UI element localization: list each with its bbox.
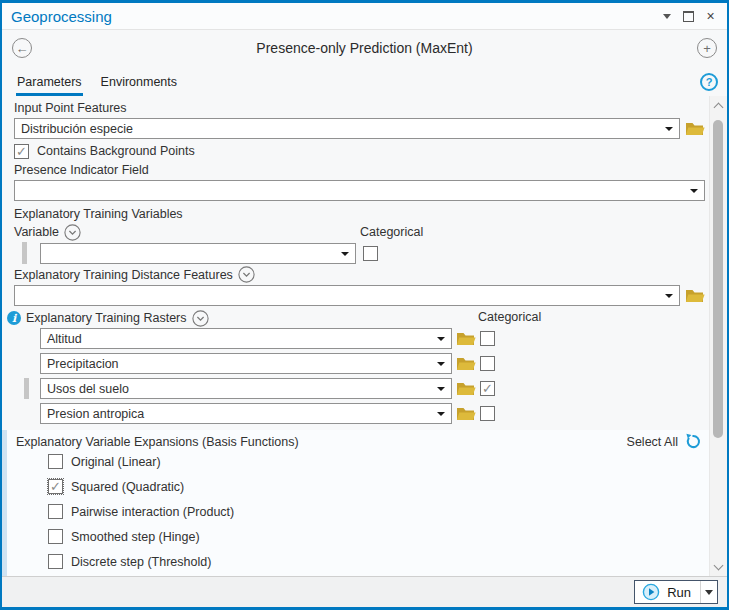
- check-icon: ✓: [50, 480, 61, 493]
- rasters-options-button[interactable]: [192, 310, 209, 327]
- run-caret-icon: [705, 590, 713, 595]
- variable-combobox[interactable]: [40, 243, 356, 264]
- input-point-features-row: Distribución especie: [14, 118, 705, 139]
- combo-caret-icon[interactable]: [341, 252, 349, 256]
- browse-folder-button[interactable]: [456, 380, 476, 397]
- select-all-control[interactable]: Select All: [627, 433, 701, 450]
- presence-indicator-field-label: Presence Indicator Field: [14, 163, 697, 178]
- info-icon[interactable]: i: [7, 311, 21, 325]
- check-icon: ✓: [482, 382, 493, 395]
- help-button[interactable]: ?: [700, 73, 718, 91]
- chevron-down-icon: [714, 560, 724, 570]
- check-icon: ✓: [16, 145, 27, 158]
- row-grip-handle[interactable]: [22, 242, 27, 264]
- contains-background-points-checkbox[interactable]: ✓: [14, 144, 29, 159]
- add-to-model-button[interactable]: +: [697, 38, 717, 58]
- browse-folder-button[interactable]: [685, 287, 705, 304]
- browse-folder-button[interactable]: [456, 355, 476, 372]
- raster-combobox[interactable]: Precipitacion: [40, 353, 452, 374]
- combo-caret-icon[interactable]: [437, 362, 445, 366]
- tab-environments[interactable]: Environments: [100, 75, 178, 96]
- basis-function-option: ✓ Original (Linear): [48, 451, 709, 472]
- basis-functions-label: Explanatory Variable Expansions (Basis F…: [16, 435, 627, 449]
- panel-menu-button[interactable]: [657, 7, 676, 26]
- training-distance-features-combobox[interactable]: [14, 285, 680, 306]
- back-arrow-icon: ←: [16, 42, 29, 55]
- panel-close-button[interactable]: ×: [701, 7, 720, 26]
- folder-icon: [456, 331, 476, 347]
- presence-indicator-field-row: [14, 180, 705, 201]
- tool-title: Presence-only Prediction (MaxEnt): [32, 40, 697, 56]
- chevron-down-circle-icon: [64, 224, 81, 241]
- folder-icon: [456, 356, 476, 372]
- scrollbar-thumb[interactable]: [713, 120, 723, 438]
- distance-features-options-button[interactable]: [238, 266, 255, 283]
- combo-value: Usos del suelo: [47, 382, 129, 396]
- categorical-checkbox[interactable]: ✓: [480, 356, 495, 371]
- folder-icon: [456, 381, 476, 397]
- select-all-label: Select All: [627, 435, 678, 449]
- toggle-all-refresh-icon[interactable]: [684, 433, 701, 450]
- run-button-main[interactable]: Run: [635, 581, 700, 603]
- footer-bar: Run: [2, 576, 727, 607]
- raster-row: Presion antropica ✓: [40, 403, 705, 424]
- run-button[interactable]: Run: [634, 580, 718, 604]
- training-rasters-header: i Explanatory Training Rasters Categoric…: [7, 310, 697, 326]
- chevron-up-icon: [714, 103, 724, 113]
- categorical-checkbox[interactable]: ✓: [480, 331, 495, 346]
- categorical-checkbox[interactable]: ✓: [480, 406, 495, 421]
- combo-caret-icon[interactable]: [690, 189, 698, 193]
- tool-header: ← Presence-only Prediction (MaxEnt) +: [2, 30, 727, 66]
- basis-function-option: ✓ Smoothed step (Hinge): [48, 526, 709, 547]
- scroll-up-button[interactable]: [710, 98, 727, 113]
- folder-icon: [685, 121, 705, 137]
- folder-icon: [456, 406, 476, 422]
- raster-combobox[interactable]: Usos del suelo: [40, 378, 452, 399]
- option-checkbox[interactable]: ✓: [48, 554, 63, 569]
- option-checkbox[interactable]: ✓: [48, 504, 63, 519]
- combo-caret-icon[interactable]: [665, 294, 673, 298]
- contains-background-points-row: ✓ Contains Background Points: [14, 143, 697, 159]
- geoprocessing-panel: Geoprocessing × ← Presence-only Predicti…: [0, 0, 729, 610]
- browse-folder-button[interactable]: [685, 120, 705, 137]
- categorical-column-label: Categorical: [478, 310, 541, 324]
- option-checkbox[interactable]: ✓: [48, 454, 63, 469]
- combo-caret-icon[interactable]: [665, 127, 673, 131]
- basis-function-option: ✓ Squared (Quadratic): [48, 476, 709, 497]
- panel-title-bar: Geoprocessing ×: [2, 3, 727, 30]
- raster-combobox[interactable]: Altitud: [40, 328, 452, 349]
- raster-row: Precipitacion ✓: [40, 353, 705, 374]
- combo-caret-icon[interactable]: [437, 412, 445, 416]
- basis-function-option: ✓ Discrete step (Threshold): [48, 551, 709, 572]
- panel-float-button[interactable]: [679, 7, 698, 26]
- presence-indicator-field-combobox[interactable]: [14, 180, 705, 201]
- option-checkbox[interactable]: ✓: [48, 479, 63, 494]
- menu-caret-icon: [663, 14, 671, 19]
- categorical-checkbox[interactable]: ✓: [480, 381, 495, 396]
- combo-caret-icon[interactable]: [437, 387, 445, 391]
- raster-row: Altitud ✓: [40, 328, 705, 349]
- browse-folder-button[interactable]: [456, 405, 476, 422]
- scroll-down-button[interactable]: [710, 559, 727, 574]
- variable-options-button[interactable]: [64, 224, 81, 241]
- tab-parameters[interactable]: Parameters: [16, 75, 83, 96]
- run-options-button[interactable]: [700, 581, 717, 603]
- row-grip-handle[interactable]: [24, 378, 29, 399]
- training-distance-features-row: [14, 285, 705, 306]
- browse-folder-button[interactable]: [456, 330, 476, 347]
- back-button[interactable]: ←: [12, 38, 32, 58]
- input-point-features-combobox[interactable]: Distribución especie: [14, 118, 680, 139]
- plus-icon: +: [703, 42, 711, 55]
- combo-caret-icon[interactable]: [437, 337, 445, 341]
- panel-title: Geoprocessing: [11, 8, 654, 25]
- combo-value: Distribución especie: [21, 122, 133, 136]
- basis-functions-section: Explanatory Variable Expansions (Basis F…: [2, 430, 709, 576]
- categorical-checkbox[interactable]: ✓: [363, 246, 378, 261]
- variable-column-label: Variable: [14, 225, 59, 239]
- vertical-scrollbar[interactable]: [709, 96, 727, 576]
- training-variables-columns: Variable Categorical: [14, 224, 697, 240]
- option-checkbox[interactable]: ✓: [48, 529, 63, 544]
- option-label: Original (Linear): [71, 455, 161, 469]
- raster-combobox[interactable]: Presion antropica: [40, 403, 452, 424]
- training-rasters-label: Explanatory Training Rasters: [26, 311, 187, 325]
